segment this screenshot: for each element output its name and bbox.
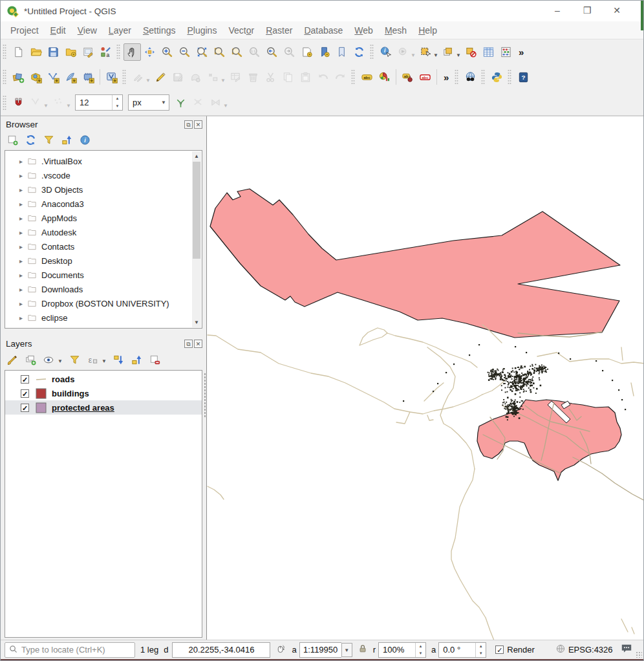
layer-checkbox[interactable]: ✓ bbox=[21, 404, 29, 412]
messages-icon[interactable] bbox=[620, 643, 633, 656]
menu-vector[interactable]: Vector bbox=[222, 21, 260, 39]
snapping-tolerance-spinner[interactable]: 12▲▼ bbox=[75, 94, 123, 111]
new-geopackage-layer-button[interactable] bbox=[27, 69, 45, 86]
layer-checkbox[interactable]: ✓ bbox=[21, 389, 29, 398]
locate-input[interactable] bbox=[20, 644, 136, 655]
menu-view[interactable]: View bbox=[72, 21, 103, 39]
toolbar-grip[interactable] bbox=[116, 44, 120, 60]
browser-properties-button[interactable]: i bbox=[77, 132, 92, 147]
browser-item-dropbox-boston-university-[interactable]: ▸Dropbox (BOSTON UNIVERSITY) bbox=[5, 296, 202, 310]
window-resize-grip[interactable] bbox=[636, 651, 642, 658]
coordinate-display[interactable]: 20.2255,-34.0416 bbox=[172, 642, 270, 658]
spinner-arrows[interactable]: ▲▼ bbox=[475, 643, 486, 657]
toolbar-grip[interactable] bbox=[351, 69, 355, 85]
enable-snapping-button[interactable] bbox=[10, 94, 27, 111]
new-spatialite-layer-button[interactable] bbox=[62, 69, 80, 86]
expand-arrow-icon[interactable]: ▸ bbox=[19, 329, 27, 329]
expand-arrow-icon[interactable]: ▸ bbox=[19, 300, 27, 307]
topological-editing-button[interactable] bbox=[172, 94, 189, 111]
zoom-full-button[interactable] bbox=[193, 43, 211, 61]
toolbar-overflow-icon[interactable]: » bbox=[515, 47, 528, 58]
filter-legend-button[interactable] bbox=[67, 352, 82, 367]
collapse-all-layers-button[interactable] bbox=[129, 352, 144, 367]
pan-map-button[interactable] bbox=[123, 43, 141, 61]
refresh-map-button[interactable] bbox=[350, 43, 368, 61]
open-project-button[interactable] bbox=[27, 43, 45, 61]
select-features-by-value-button[interactable] bbox=[440, 43, 457, 61]
manage-map-themes-button[interactable] bbox=[41, 352, 56, 367]
browser-item-appmods[interactable]: ▸AppMods bbox=[5, 211, 202, 225]
browser-scrollbar[interactable]: ▲ ▼ bbox=[192, 151, 201, 327]
menu-database[interactable]: Database bbox=[298, 21, 349, 39]
browser-item-eclipse-workspace[interactable]: ▸eclipse-workspace bbox=[5, 325, 202, 329]
browser-item-desktop[interactable]: ▸Desktop bbox=[5, 254, 202, 268]
toolbar-grip[interactable] bbox=[3, 69, 6, 85]
browser-item-anaconda3[interactable]: ▸Anaconda3 bbox=[5, 197, 202, 211]
zoom-to-selection-button[interactable] bbox=[211, 43, 228, 61]
filter-browser-button[interactable] bbox=[41, 132, 56, 147]
layer-labeling-button[interactable]: abc bbox=[358, 69, 376, 86]
browser-item-contacts[interactable]: ▸Contacts bbox=[5, 239, 202, 254]
scrollbar-thumb[interactable] bbox=[193, 162, 200, 259]
browser-item-eclipse[interactable]: ▸eclipse bbox=[5, 310, 202, 325]
scroll-down-icon[interactable]: ▼ bbox=[192, 318, 201, 327]
data-source-manager-button[interactable] bbox=[10, 69, 27, 86]
toggle-editing-button[interactable] bbox=[152, 69, 169, 86]
menu-web[interactable]: Web bbox=[349, 21, 379, 39]
deselect-all-button[interactable] bbox=[462, 43, 480, 61]
expand-arrow-icon[interactable]: ▸ bbox=[19, 158, 27, 165]
toolbar-grip[interactable] bbox=[122, 69, 126, 85]
expand-arrow-icon[interactable]: ▸ bbox=[19, 314, 27, 321]
toolbar-grip[interactable] bbox=[370, 44, 374, 60]
scroll-up-icon[interactable]: ▲ bbox=[192, 151, 201, 161]
select-features-button[interactable] bbox=[417, 43, 435, 61]
layer-checkbox[interactable]: ✓ bbox=[21, 375, 29, 384]
maximize-button[interactable]: ❒ bbox=[572, 1, 602, 21]
show-layout-manager-button[interactable] bbox=[80, 43, 97, 61]
add-group-button[interactable] bbox=[23, 352, 38, 367]
browser-item-documents[interactable]: ▸Documents bbox=[5, 268, 202, 282]
crs-status[interactable]: EPSG:4326 bbox=[555, 644, 613, 656]
layer-diagram-button[interactable] bbox=[376, 69, 393, 86]
menu-plugins[interactable]: Plugins bbox=[181, 21, 222, 39]
menu-edit[interactable]: Edit bbox=[45, 21, 72, 39]
menu-mesh[interactable]: Mesh bbox=[379, 21, 413, 39]
expand-arrow-icon[interactable]: ▸ bbox=[19, 257, 27, 265]
browser-item-3d-objects[interactable]: ▸3D Objects bbox=[5, 182, 202, 197]
new-map-view-button[interactable] bbox=[298, 43, 316, 61]
browser-item--virtualbox[interactable]: ▸.VirtualBox bbox=[5, 154, 202, 168]
layer-row-roads[interactable]: ✓roads bbox=[5, 372, 202, 386]
identify-features-button[interactable]: i bbox=[377, 43, 394, 61]
show-bookmarks-button[interactable] bbox=[333, 43, 350, 61]
add-selected-layers-button[interactable] bbox=[5, 132, 20, 147]
browser-item-downloads[interactable]: ▸Downloads bbox=[5, 282, 202, 296]
spinner-arrows[interactable]: ▲▼ bbox=[112, 95, 122, 110]
browser-item--vscode[interactable]: ▸.vscode bbox=[5, 168, 202, 182]
expand-arrow-icon[interactable]: ▸ bbox=[19, 186, 27, 193]
field-calculator-button[interactable] bbox=[497, 43, 515, 61]
collapse-all-browser-button[interactable] bbox=[59, 132, 74, 147]
dropdown-arrow-icon[interactable]: ▼ bbox=[58, 358, 63, 367]
render-checkbox[interactable]: ✓ bbox=[495, 645, 504, 654]
style-manager-button[interactable]: a bbox=[97, 43, 114, 61]
magnifier-spinner[interactable]: 100% ▲▼ bbox=[378, 642, 426, 658]
expand-arrow-icon[interactable]: ▸ bbox=[19, 172, 27, 179]
map-canvas[interactable] bbox=[206, 116, 644, 640]
browser-item-autodesk[interactable]: ▸Autodesk bbox=[5, 225, 202, 239]
new-memory-layer-button[interactable] bbox=[80, 69, 97, 86]
layers-close-icon[interactable]: ✕ bbox=[194, 340, 202, 348]
help-contents-button[interactable]: ? bbox=[515, 69, 532, 86]
menu-settings[interactable]: Settings bbox=[137, 21, 182, 39]
pan-to-selection-button[interactable] bbox=[141, 43, 158, 61]
toolbar-grip[interactable] bbox=[3, 44, 6, 60]
expand-arrow-icon[interactable]: ▸ bbox=[19, 286, 27, 293]
toolbar-grip[interactable] bbox=[508, 69, 511, 85]
expand-arrow-icon[interactable]: ▸ bbox=[19, 200, 27, 208]
layers-float-icon[interactable]: ⧉ bbox=[184, 340, 193, 348]
menu-project[interactable]: Project bbox=[5, 21, 45, 39]
new-virtual-layer-button[interactable] bbox=[103, 69, 120, 86]
toolbar-overflow-icon[interactable]: » bbox=[440, 72, 453, 83]
menu-help[interactable]: Help bbox=[413, 21, 443, 39]
close-button[interactable]: ✕ bbox=[602, 1, 632, 21]
browser-float-icon[interactable]: ⧉ bbox=[184, 120, 193, 129]
